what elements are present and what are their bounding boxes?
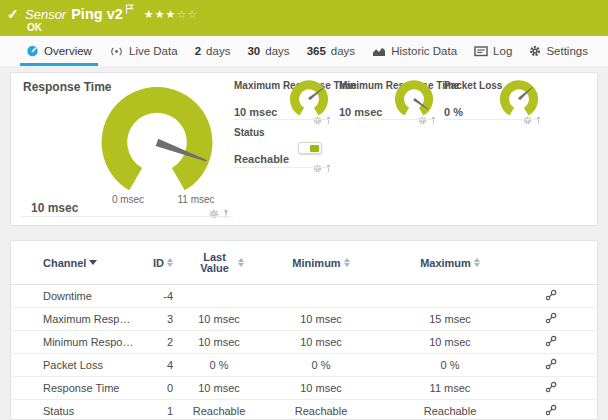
channel-settings-wrench-icon[interactable] xyxy=(545,312,557,326)
table-row-response-time[interactable]: Response Time 0 10 msec 10 msec 11 msec xyxy=(11,377,597,400)
gear-icon[interactable] xyxy=(313,111,322,129)
tab-bar: Overview Live Data 2 days 30 days 365 da… xyxy=(0,36,608,66)
channel-last-value: 10 msec xyxy=(173,313,265,325)
tile-actions xyxy=(313,111,332,129)
tile-actions xyxy=(209,205,230,223)
channel-name[interactable]: Downtime xyxy=(43,290,141,302)
gauge-scale-min: 0 msec xyxy=(98,194,158,205)
tile-maximum-response-time: Maximum Response Time 10 msec Status Rea… xyxy=(234,73,334,227)
column-header-maximum[interactable]: Maximum xyxy=(377,257,523,269)
sensor-title: SensorPing v2★★★☆☆ xyxy=(25,5,198,23)
tab-365-days[interactable]: 365 days xyxy=(301,36,361,66)
channel-name[interactable]: Packet Loss xyxy=(43,359,141,371)
table-row-minimum-response-time[interactable]: Minimum Response Time 2 10 msec 10 msec … xyxy=(11,331,597,354)
table-row-packet-loss[interactable]: Packet Loss 4 0 % 0 % 0 % xyxy=(11,354,597,377)
channels-table-panel: Channel ID Last Value Minimum Maximum Do… xyxy=(10,240,598,420)
channel-last-value: 10 msec xyxy=(173,336,265,348)
tile-separator xyxy=(444,119,540,120)
channel-maximum: Reachable xyxy=(377,405,523,417)
pin-icon[interactable] xyxy=(325,111,332,129)
channel-settings-wrench-icon[interactable] xyxy=(545,404,557,418)
tab-live-data-label: Live Data xyxy=(129,45,178,57)
tile-separator xyxy=(339,119,435,120)
channel-last-value: 10 msec xyxy=(173,382,265,394)
channel-name[interactable]: Minimum Response Time xyxy=(43,336,141,348)
overview-gauges-panel: Response Time 0 msec 11 msec 10 msec Max… xyxy=(10,72,598,226)
sensor-status-badge: OK xyxy=(27,22,42,33)
response-time-title: Response Time xyxy=(23,80,111,94)
column-header-id[interactable]: ID xyxy=(141,257,173,269)
tab-2-days-num: 2 xyxy=(195,45,201,57)
status-toggle-indicator xyxy=(298,142,322,154)
table-row-downtime[interactable]: Downtime -4 xyxy=(11,285,597,308)
tile-value: 10 msec xyxy=(339,106,382,118)
status-tile-title: Status xyxy=(234,127,265,138)
channel-name[interactable]: Status xyxy=(43,405,141,417)
channel-maximum: 0 % xyxy=(377,359,523,371)
column-header-minimum[interactable]: Minimum xyxy=(265,257,377,269)
gear-icon[interactable] xyxy=(313,159,322,177)
tile-actions xyxy=(313,159,332,177)
channel-id: 0 xyxy=(141,382,173,394)
stars-filled: ★★★ xyxy=(144,8,177,20)
table-row-status[interactable]: Status 1 Reachable Reachable Reachable xyxy=(11,400,597,420)
channel-id: -4 xyxy=(141,290,173,302)
channel-last-value: 0 % xyxy=(173,359,265,371)
channel-id: 3 xyxy=(141,313,173,325)
gear-icon[interactable] xyxy=(523,111,532,129)
gear-icon xyxy=(529,45,541,57)
sort-desc-icon xyxy=(89,260,97,265)
status-toggle-knob xyxy=(310,145,319,152)
channel-id: 1 xyxy=(141,405,173,417)
tile-separator xyxy=(234,167,330,168)
channel-settings-wrench-icon[interactable] xyxy=(545,381,557,395)
column-header-maximum-label: Maximum xyxy=(420,257,471,269)
channel-id: 4 xyxy=(141,359,173,371)
sensor-name[interactable]: Ping v2 xyxy=(71,6,123,22)
channel-id: 2 xyxy=(141,336,173,348)
pin-icon[interactable] xyxy=(222,205,230,223)
tab-live-data[interactable]: Live Data xyxy=(103,36,184,66)
priority-stars[interactable]: ★★★☆☆ xyxy=(144,8,198,20)
column-header-last-value[interactable]: Last Value xyxy=(173,252,265,274)
tab-historic-data[interactable]: Historic Data xyxy=(366,36,463,66)
chart-icon xyxy=(372,46,386,57)
column-header-channel[interactable]: Channel xyxy=(43,257,141,269)
gear-icon[interactable] xyxy=(418,111,427,129)
flag-icon[interactable] xyxy=(125,0,134,18)
tile-value: 0 % xyxy=(444,106,463,118)
channel-maximum: 10 msec xyxy=(377,336,523,348)
table-row-maximum-response-time[interactable]: Maximum Response Ti... 3 10 msec 10 msec… xyxy=(11,308,597,331)
tab-2-days-label: days xyxy=(206,45,230,57)
pin-icon[interactable] xyxy=(535,111,542,129)
pin-icon[interactable] xyxy=(430,111,437,129)
column-header-id-label: ID xyxy=(153,257,164,269)
gauge-icon xyxy=(26,45,39,57)
channel-last-value: Reachable xyxy=(173,405,265,417)
gear-icon[interactable] xyxy=(209,205,219,223)
pin-icon[interactable] xyxy=(325,159,332,177)
tab-30-days[interactable]: 30 days xyxy=(241,36,295,66)
tile-actions xyxy=(523,111,542,129)
gauge-scale-max: 11 msec xyxy=(166,194,226,205)
tab-log-label: Log xyxy=(493,45,512,57)
table-header-row: Channel ID Last Value Minimum Maximum xyxy=(11,241,597,285)
tab-365-days-label: days xyxy=(331,45,355,57)
tab-log[interactable]: Log xyxy=(468,36,518,66)
tab-settings-label: Settings xyxy=(546,45,588,57)
tab-settings[interactable]: Settings xyxy=(523,36,594,66)
channel-settings-wrench-icon[interactable] xyxy=(545,358,557,372)
channel-name[interactable]: Maximum Response Ti... xyxy=(43,313,141,325)
channel-name[interactable]: Response Time xyxy=(43,382,141,394)
tab-2-days[interactable]: 2 days xyxy=(189,36,237,66)
channel-minimum: 10 msec xyxy=(265,382,377,394)
tab-overview[interactable]: Overview xyxy=(20,36,98,66)
stars-empty: ☆☆ xyxy=(176,8,198,20)
tab-365-days-num: 365 xyxy=(307,45,326,57)
channel-settings-wrench-icon[interactable] xyxy=(545,289,557,303)
sort-icon xyxy=(238,258,244,267)
tile-actions xyxy=(418,111,437,129)
live-data-icon xyxy=(109,46,124,57)
tile-packet-loss: Packet Loss 0 % xyxy=(444,73,544,227)
channel-settings-wrench-icon[interactable] xyxy=(545,335,557,349)
